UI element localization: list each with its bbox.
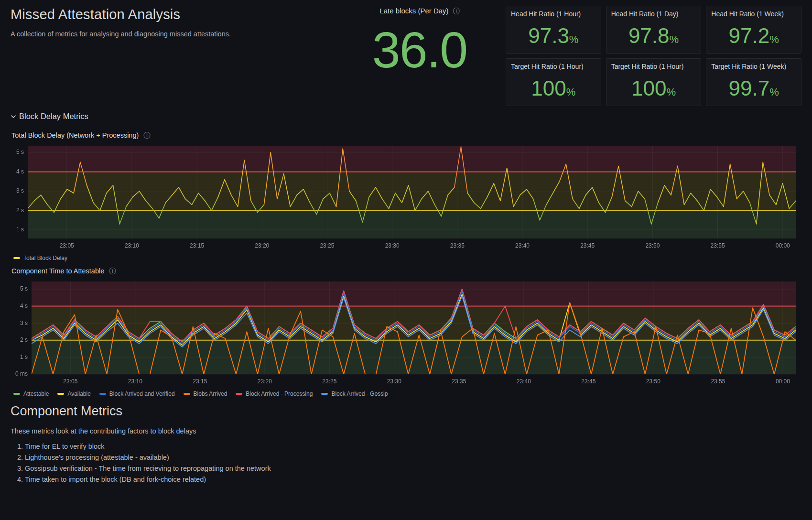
stat-value: 100%	[611, 70, 696, 102]
legend-swatch	[184, 393, 190, 395]
legend-label: Block Arrived and Verified	[109, 390, 175, 397]
legend-swatch	[13, 393, 20, 395]
stat-title: Head Hit Ratio (1 Week)	[711, 10, 796, 18]
component-metrics-heading: Component Metrics	[11, 404, 801, 419]
panel-component-time-to-attestable: Component Time to Attestable ⓘ Attestabl…	[11, 267, 801, 397]
list-item: Gossipsub verification - The time from r…	[25, 465, 801, 472]
stat-title: Head Hit Ratio (1 Hour)	[511, 10, 596, 18]
dashboard: Missed Attestation Analysis A collection…	[0, 0, 812, 483]
chevron-down-icon	[11, 114, 16, 119]
stat-tile-head-1d: Head Hit Ratio (1 Day) 97.8%	[606, 6, 702, 54]
legend-item-blobs-arrived[interactable]: Blobs Arrived	[184, 390, 227, 397]
legend-item-attestable[interactable]: Attestable	[13, 390, 49, 397]
chart-title: Total Block Delay (Network + Processing)	[11, 131, 139, 139]
info-icon[interactable]: ⓘ	[109, 268, 116, 274]
component-metrics-list: Time for EL to verify block Lighthouse's…	[11, 443, 801, 483]
section-label: Block Delay Metrics	[19, 112, 88, 121]
legend-label: Block Arrived - Processing	[246, 390, 313, 397]
stat-tile-target-1h-b: Target Hit Ratio (1 Hour) 100%	[606, 58, 702, 106]
page-title: Missed Attestation Analysis	[11, 7, 334, 22]
stat-value: 97.8%	[611, 18, 696, 49]
legend-label: Blobs Arrived	[194, 390, 227, 397]
stat-tile-target-1w: Target Hit Ratio (1 Week) 99.7%	[706, 58, 801, 106]
legend-swatch	[321, 393, 328, 395]
list-item: Lighthouse's processing (attestable - av…	[25, 454, 801, 461]
late-blocks-panel: Late blocks (Per Day) ⓘ 36.0	[334, 0, 506, 104]
late-blocks-title: Late blocks (Per Day)	[379, 7, 448, 15]
legend-label: Available	[67, 390, 90, 397]
chart-title: Component Time to Attestable	[11, 267, 104, 275]
info-icon[interactable]: ⓘ	[143, 132, 150, 139]
legend-label: Block Arrived - Gossip	[331, 390, 388, 397]
stat-value: 97.2%	[711, 18, 796, 49]
legend-item[interactable]: Total Block Delay	[13, 255, 67, 261]
legend-swatch	[13, 257, 20, 259]
stat-tiles-grid: Head Hit Ratio (1 Hour) 97.3% Head Hit R…	[506, 6, 801, 104]
legend-swatch	[99, 393, 106, 395]
header-row: Missed Attestation Analysis A collection…	[11, 0, 801, 104]
legend: Attestable Available Block Arrived and V…	[13, 390, 801, 397]
panel-total-block-delay: Total Block Delay (Network + Processing)…	[11, 131, 801, 261]
legend-label: Attestable	[23, 390, 49, 397]
component-time-chart[interactable]	[11, 279, 801, 390]
list-item: Time for EL to verify block	[25, 443, 801, 450]
info-icon[interactable]: ⓘ	[453, 8, 460, 14]
component-metrics-panel: Component Metrics These metrics look at …	[11, 404, 801, 483]
stat-tile-target-1h-a: Target Hit Ratio (1 Hour) 100%	[506, 58, 601, 106]
legend-label: Total Block Delay	[23, 255, 67, 261]
stat-tile-head-1w: Head Hit Ratio (1 Week) 97.2%	[706, 6, 801, 54]
stat-tile-head-1h: Head Hit Ratio (1 Hour) 97.3%	[506, 6, 601, 54]
section-block-delay-metrics[interactable]: Block Delay Metrics	[11, 112, 801, 121]
stat-value: 99.7%	[711, 70, 796, 102]
total-block-delay-chart[interactable]	[11, 143, 801, 254]
legend-swatch	[236, 393, 242, 395]
legend-swatch	[57, 393, 64, 395]
legend-item-block-arrived-gossip[interactable]: Block Arrived - Gossip	[321, 390, 388, 397]
stat-title: Target Hit Ratio (1 Week)	[711, 63, 796, 70]
stat-title: Target Hit Ratio (1 Hour)	[611, 63, 696, 70]
late-blocks-value: 36.0	[334, 18, 506, 82]
component-metrics-description: These metrics look at the contributing f…	[11, 427, 801, 435]
legend-item-available[interactable]: Available	[57, 390, 90, 397]
stat-value: 100%	[511, 70, 596, 102]
stat-value: 97.3%	[511, 18, 596, 49]
dashboard-title-panel: Missed Attestation Analysis A collection…	[11, 0, 334, 104]
stat-title: Target Hit Ratio (1 Hour)	[511, 63, 596, 70]
legend: Total Block Delay	[13, 255, 801, 261]
list-item: Time taken to import the block (DB and f…	[25, 476, 801, 483]
legend-item-block-arrived-verified[interactable]: Block Arrived and Verified	[99, 390, 175, 397]
page-subtitle: A collection of metrics for analysing an…	[11, 30, 334, 38]
legend-item-block-arrived-processing[interactable]: Block Arrived - Processing	[236, 390, 313, 397]
stat-title: Head Hit Ratio (1 Day)	[611, 10, 696, 18]
